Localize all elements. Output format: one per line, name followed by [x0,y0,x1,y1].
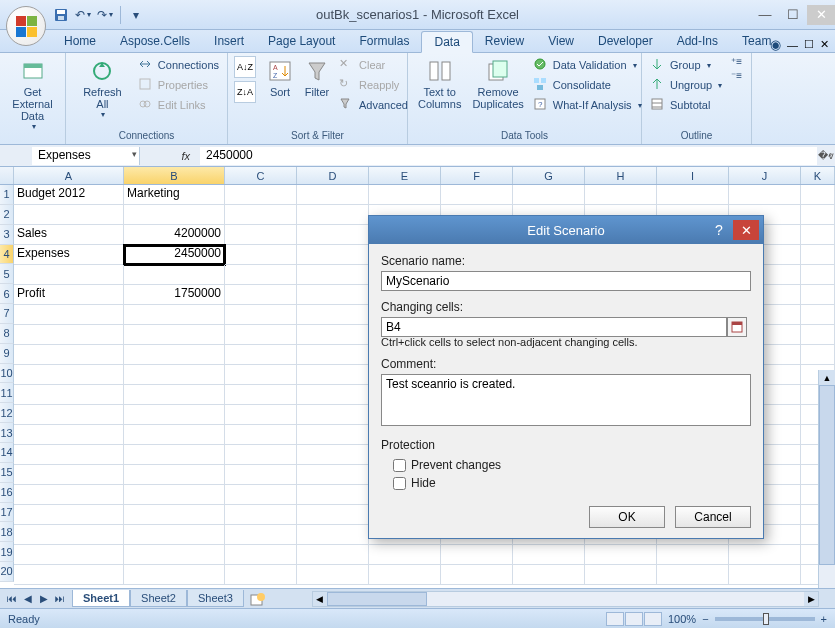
cell[interactable] [657,185,729,205]
cell[interactable] [369,185,441,205]
normal-view-button[interactable] [606,612,624,626]
name-box[interactable]: Expenses▾ [32,147,140,165]
cell[interactable] [297,345,369,365]
cell[interactable] [801,325,835,345]
fx-button[interactable]: fx [175,150,196,162]
cell[interactable] [297,525,369,545]
cell[interactable] [225,445,297,465]
column-header[interactable]: F [441,167,513,184]
row-header[interactable]: 2 [0,205,14,225]
cell[interactable] [124,425,225,445]
scroll-up-icon[interactable]: ▲ [819,370,835,385]
cell[interactable]: 1750000 [124,285,225,305]
doc-restore-icon[interactable]: ☐ [804,38,814,51]
maximize-button[interactable]: ☐ [779,5,807,25]
sheet-tab[interactable]: Sheet3 [187,590,244,607]
row-header[interactable]: 18 [0,522,14,542]
cell[interactable]: Sales [14,225,124,245]
cell[interactable] [225,285,297,305]
cell[interactable] [14,325,124,345]
page-layout-view-button[interactable] [625,612,643,626]
hide-checkbox[interactable]: Hide [393,476,751,490]
get-external-data-button[interactable]: Get External Data▾ [6,56,59,133]
tab-pagelayout[interactable]: Page Layout [256,31,347,52]
cell[interactable] [297,185,369,205]
row-header[interactable]: 9 [0,344,14,364]
range-picker-button[interactable] [727,317,747,337]
close-button[interactable]: ✕ [807,5,835,25]
cell[interactable] [297,465,369,485]
cell[interactable] [14,505,124,525]
zoom-slider[interactable] [715,617,815,621]
formula-input[interactable]: 2450000 [200,147,817,165]
cell[interactable] [297,225,369,245]
ok-button[interactable]: OK [589,506,665,528]
column-header[interactable]: A [14,167,124,184]
cell[interactable] [124,325,225,345]
row-header[interactable]: 12 [0,403,14,423]
cell[interactable] [225,505,297,525]
cell[interactable] [14,425,124,445]
cell[interactable] [225,245,297,265]
office-button[interactable] [6,6,48,48]
row-header[interactable]: 13 [0,423,14,443]
cell[interactable] [801,245,835,265]
row-header[interactable]: 8 [0,324,14,344]
cell[interactable] [657,545,729,565]
cell[interactable] [225,405,297,425]
cell[interactable] [124,405,225,425]
scroll-thumb[interactable] [819,385,835,565]
cell[interactable] [124,565,225,585]
cell[interactable] [14,265,124,285]
cell[interactable] [124,485,225,505]
column-header[interactable]: G [513,167,585,184]
ungroup-button[interactable]: Ungroup▾ [648,76,724,94]
sheet-tab[interactable]: Sheet1 [72,590,130,607]
cell[interactable] [297,485,369,505]
cell[interactable] [124,505,225,525]
cell[interactable] [297,385,369,405]
refresh-all-button[interactable]: Refresh All▾ [72,56,133,121]
row-header[interactable]: 5 [0,264,14,284]
column-header[interactable]: C [225,167,297,184]
tab-view[interactable]: View [536,31,586,52]
dialog-close-button[interactable]: ✕ [733,220,759,240]
cell[interactable] [14,405,124,425]
hide-detail-button[interactable]: ⁻≡ [731,70,742,81]
properties-button[interactable]: Properties [136,76,221,94]
cell[interactable] [14,205,124,225]
tab-insert[interactable]: Insert [202,31,256,52]
cell[interactable] [14,545,124,565]
column-header[interactable]: H [585,167,657,184]
cell[interactable]: Expenses [14,245,124,265]
tab-review[interactable]: Review [473,31,536,52]
cell[interactable] [225,265,297,285]
cell[interactable] [801,305,835,325]
column-header[interactable]: E [369,167,441,184]
sheet-nav-first-icon[interactable]: ⏮ [4,591,20,607]
cell[interactable]: 2450000 [124,245,225,265]
cell[interactable] [225,345,297,365]
changing-cells-input[interactable] [381,317,727,337]
cell[interactable] [585,565,657,585]
zoom-level[interactable]: 100% [668,613,696,625]
minimize-button[interactable]: — [751,5,779,25]
redo-icon[interactable]: ↷▾ [96,6,114,24]
filter-button[interactable]: Filter [300,56,334,100]
cell[interactable] [225,525,297,545]
row-header[interactable]: 17 [0,503,14,523]
cell[interactable] [441,565,513,585]
row-header[interactable]: 20 [0,562,14,582]
row-header[interactable]: 15 [0,463,14,483]
cell[interactable] [297,565,369,585]
cell[interactable] [729,185,801,205]
cell[interactable] [14,385,124,405]
sheet-tab[interactable]: Sheet2 [130,590,187,607]
cell[interactable] [513,545,585,565]
cell[interactable] [14,485,124,505]
select-all-corner[interactable] [0,167,14,184]
sort-asc-button[interactable]: A↓Z [234,56,256,78]
cell[interactable] [124,265,225,285]
row-header[interactable]: 11 [0,383,14,403]
scroll-left-icon[interactable]: ◀ [313,592,327,606]
